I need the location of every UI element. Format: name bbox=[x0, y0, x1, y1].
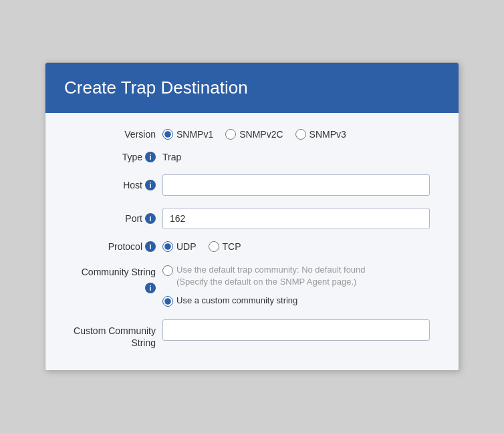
port-label: Port i bbox=[59, 213, 162, 224]
version-snmpv2c[interactable]: SNMPv2C bbox=[225, 129, 283, 140]
version-control: SNMPv1 SNMPv2C SNMPv3 bbox=[162, 129, 445, 140]
protocol-radio-group: UDP TCP bbox=[162, 241, 241, 252]
custom-community-row: Custom CommunityString bbox=[59, 319, 445, 349]
host-info-icon[interactable]: i bbox=[145, 180, 156, 190]
dialog-body: Version SNMPv1 SNMPv2C SNMPv3 bbox=[45, 113, 459, 370]
version-radio-group: SNMPv1 SNMPv2C SNMPv3 bbox=[162, 129, 346, 140]
protocol-udp[interactable]: UDP bbox=[162, 241, 197, 252]
port-input[interactable] bbox=[162, 208, 430, 229]
community-string-label: Community String i bbox=[59, 264, 162, 293]
protocol-control: UDP TCP bbox=[162, 241, 445, 252]
version-snmpv1[interactable]: SNMPv1 bbox=[162, 129, 213, 140]
community-default-option[interactable]: Use the default trap community: No defau… bbox=[162, 264, 445, 288]
dialog-header: Create Trap Destination bbox=[45, 63, 459, 113]
host-label: Host i bbox=[59, 180, 162, 190]
type-row: Type i Trap bbox=[59, 152, 445, 162]
dialog-title: Create Trap Destination bbox=[64, 78, 248, 98]
protocol-row: Protocol i UDP TCP bbox=[59, 241, 445, 252]
snmpv3-label[interactable]: SNMPv3 bbox=[309, 129, 346, 140]
port-row: Port i bbox=[59, 208, 445, 229]
community-custom-label[interactable]: Use a custom community string bbox=[176, 295, 297, 307]
snmpv1-label[interactable]: SNMPv1 bbox=[176, 129, 213, 140]
udp-label[interactable]: UDP bbox=[176, 241, 197, 252]
create-trap-destination-dialog: Create Trap Destination Version SNMPv1 S… bbox=[45, 62, 459, 371]
community-default-label[interactable]: Use the default trap community: No defau… bbox=[176, 264, 366, 288]
community-options: Use the default trap community: No defau… bbox=[162, 264, 445, 307]
protocol-label: Protocol i bbox=[59, 241, 162, 252]
port-info-icon[interactable]: i bbox=[145, 213, 156, 224]
custom-community-control bbox=[162, 319, 445, 341]
version-row: Version SNMPv1 SNMPv2C SNMPv3 bbox=[59, 129, 445, 140]
community-string-row: Community String i Use the default trap … bbox=[59, 264, 445, 307]
type-control: Trap bbox=[162, 152, 445, 162]
protocol-info-icon[interactable]: i bbox=[145, 241, 156, 252]
type-label: Type i bbox=[59, 152, 162, 162]
community-custom-option[interactable]: Use a custom community string bbox=[162, 295, 445, 307]
custom-community-input[interactable] bbox=[162, 319, 430, 341]
host-input[interactable] bbox=[162, 174, 430, 196]
version-snmpv3[interactable]: SNMPv3 bbox=[295, 129, 346, 140]
protocol-tcp[interactable]: TCP bbox=[209, 241, 241, 252]
custom-community-label: Custom CommunityString bbox=[59, 319, 162, 349]
host-control bbox=[162, 174, 445, 196]
type-info-icon[interactable]: i bbox=[145, 152, 156, 162]
tcp-label[interactable]: TCP bbox=[223, 241, 241, 252]
snmpv2c-label[interactable]: SNMPv2C bbox=[239, 129, 283, 140]
host-row: Host i bbox=[59, 174, 445, 196]
community-info-icon[interactable]: i bbox=[145, 283, 156, 293]
port-control bbox=[162, 208, 445, 229]
type-value: Trap bbox=[162, 152, 181, 162]
version-label: Version bbox=[59, 129, 162, 140]
